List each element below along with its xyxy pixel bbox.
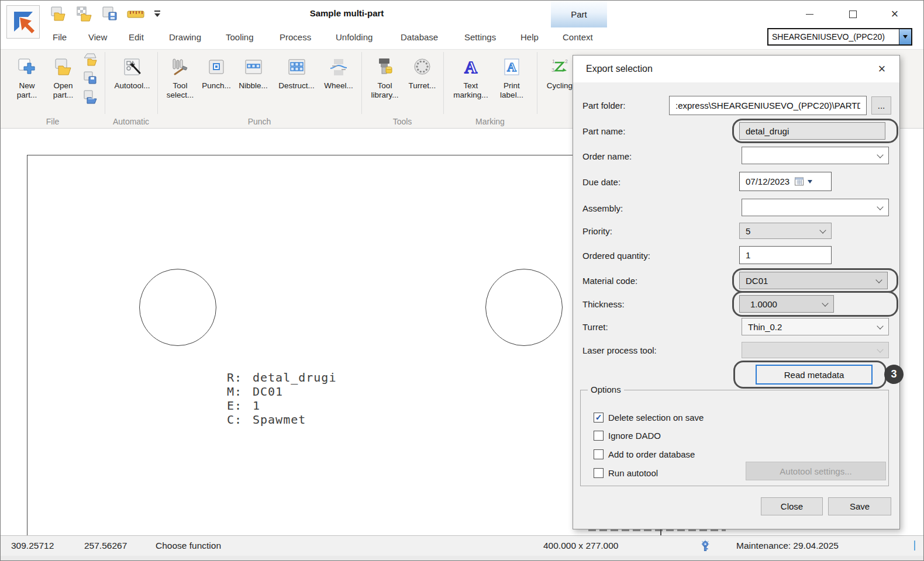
punch-icon — [199, 54, 233, 80]
priority-label: Priority: — [582, 222, 612, 240]
group-label-marking: Marking — [443, 117, 537, 126]
checkbox-unchecked[interactable] — [594, 431, 604, 441]
qat-more-button[interactable] — [151, 6, 163, 24]
ruler-button[interactable] — [126, 6, 147, 24]
turret-label: Turret... — [405, 81, 439, 91]
option-add-to-order-db[interactable]: Add to order database — [594, 449, 695, 459]
tool-library-icon — [367, 54, 403, 80]
option-delete-selection[interactable]: ✓ Delete selection on save — [594, 412, 704, 423]
tool-library-label: Tool library... — [367, 81, 403, 101]
dialog-close-button[interactable]: × — [874, 61, 890, 77]
app-logo-icon — [11, 9, 36, 36]
statusbar: 309.25712 257.56267 Choose function 400.… — [1, 535, 923, 556]
option-run-autotool[interactable]: Run autotool — [594, 468, 658, 478]
thickness-combobox[interactable]: 1.0000 — [739, 295, 834, 313]
save-button[interactable] — [100, 6, 121, 24]
ordered-quantity-input[interactable]: 1 — [739, 246, 832, 264]
open-button[interactable] — [49, 6, 70, 24]
read-metadata-button[interactable]: Read metadata — [756, 365, 873, 385]
cursor-y-coordinate: 257.56267 — [84, 541, 127, 551]
menu-view[interactable]: View — [88, 32, 107, 42]
machine-selector[interactable]: SHEARGENIUSEVO_(PPC20) — [767, 28, 912, 46]
priority-combobox[interactable]: 5 — [739, 223, 832, 239]
autotool-button[interactable]: Autotool... — [109, 54, 155, 91]
annotation-value: DC01 — [253, 385, 283, 399]
minimize-button[interactable] — [799, 5, 819, 23]
option-delete-selection-label: Delete selection on save — [608, 413, 704, 423]
svg-text:3: 3 — [551, 67, 554, 73]
new-part-button[interactable]: New part... — [10, 54, 44, 101]
print-label-button[interactable]: A Print label... — [493, 54, 530, 101]
app-menu-button[interactable] — [6, 5, 40, 39]
thickness-label: Thickness: — [582, 295, 625, 313]
menu-database[interactable]: Database — [401, 32, 438, 42]
group-separator — [537, 52, 537, 114]
menu-drawing[interactable]: Drawing — [169, 32, 201, 42]
menu-file[interactable]: File — [53, 32, 67, 42]
open-special-button[interactable] — [74, 6, 95, 24]
cursor-x-coordinate: 309.25712 — [11, 541, 54, 551]
annotation-value: Spawmet — [253, 413, 306, 427]
menu-unfolding[interactable]: Unfolding — [336, 32, 373, 42]
browse-folder-button[interactable]: ... — [871, 96, 891, 115]
text-marking-button[interactable]: A Text marking... — [449, 54, 493, 101]
import-part-icon — [82, 52, 98, 67]
due-date-picker[interactable]: 07/12/2023 — [739, 172, 832, 191]
options-group: Options ✓ Delete selection on save Ignor… — [580, 390, 889, 486]
menu-help[interactable]: Help — [520, 32, 539, 42]
autotool-icon — [109, 54, 155, 80]
checkbox-checked[interactable]: ✓ — [594, 413, 604, 423]
annotation-line: C:Spawmet — [227, 413, 336, 427]
check-icon: ✓ — [595, 413, 602, 421]
save-as-button[interactable] — [82, 89, 98, 105]
machine-selector-dropdown-button[interactable] — [899, 29, 911, 44]
checkbox-unchecked[interactable] — [594, 449, 604, 459]
import-part-button[interactable] — [82, 52, 98, 67]
assembly-combobox[interactable] — [742, 199, 889, 216]
turret-combobox[interactable]: Thin_0.2 — [742, 318, 889, 335]
ellipsis-icon: ... — [878, 101, 885, 110]
tool-select-label: Tool select... — [163, 81, 197, 101]
wheel-button[interactable]: Wheel... — [319, 54, 358, 91]
nibble-icon — [235, 54, 272, 80]
tab-part[interactable]: Part — [551, 1, 607, 27]
nibble-button[interactable]: Nibble... — [235, 54, 272, 91]
chevron-down-icon — [877, 346, 883, 352]
maximize-icon — [849, 11, 857, 18]
menu-context[interactable]: Context — [563, 32, 593, 42]
part-name-input[interactable]: detal_drugi — [739, 122, 885, 140]
order-name-combobox[interactable] — [742, 147, 889, 164]
checkbox-unchecked[interactable] — [594, 468, 604, 478]
annotation-line: E:1 — [227, 399, 336, 413]
key-icon — [700, 539, 711, 555]
menu-settings[interactable]: Settings — [464, 32, 496, 42]
save-part-button[interactable] — [82, 71, 98, 86]
annotation-line: R:detal_drugi — [227, 370, 336, 385]
menu-edit[interactable]: Edit — [129, 32, 144, 42]
turret-button[interactable]: Turret... — [405, 54, 439, 91]
dialog-close-action-button[interactable]: Close — [761, 497, 823, 515]
material-code-combobox[interactable]: DC01 — [739, 272, 888, 289]
svg-text:A: A — [464, 57, 477, 77]
group-label-tools: Tools — [361, 117, 443, 126]
option-ignore-dado[interactable]: Ignore DADO — [594, 430, 661, 441]
punch-button[interactable]: Punch... — [199, 54, 233, 91]
destruct-button[interactable]: Destruct... — [275, 54, 318, 91]
tool-select-button[interactable]: Tool select... — [163, 54, 197, 101]
open-part-button[interactable]: Open part... — [46, 54, 80, 101]
punch-label: Punch... — [199, 81, 233, 91]
tool-library-button[interactable]: Tool library... — [367, 54, 403, 101]
window-title: Sample multi-part — [230, 8, 464, 18]
chevron-down-icon — [877, 203, 883, 210]
turret-icon — [405, 54, 439, 80]
app-window: Sample multi-part Part × File View Edit … — [0, 0, 924, 561]
menu-process[interactable]: Process — [280, 32, 311, 42]
menu-tooling[interactable]: Tooling — [226, 32, 254, 42]
chevron-down-icon[interactable] — [808, 180, 812, 183]
close-button[interactable]: × — [885, 5, 905, 23]
maximize-button[interactable] — [843, 5, 863, 23]
step-3-badge: 3 — [884, 365, 904, 384]
part-folder-input[interactable]: :express\SHEARGENIUSEVO_(PPC20)\PARTDIR — [669, 96, 867, 115]
tool-select-icon — [163, 54, 197, 80]
dialog-save-button[interactable]: Save — [828, 497, 891, 515]
